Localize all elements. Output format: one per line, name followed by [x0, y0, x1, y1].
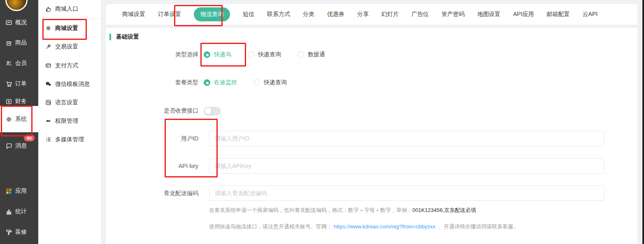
- qinglong-code-input[interactable]: [209, 185, 604, 201]
- sidebar-item-label: 概况: [15, 19, 27, 26]
- user-id-label: 用户ID: [106, 131, 204, 146]
- sidebar-active-band: 系统: [0, 106, 38, 132]
- submenu-item-label: 商城入口: [55, 5, 78, 13]
- sidebar-item-stats[interactable]: 统计: [0, 205, 38, 218]
- radio-in-transit-monitor[interactable]: 在途监控: [204, 79, 237, 86]
- submenu-item-label: 支付方式: [55, 62, 78, 69]
- submenu-item-payment[interactable]: 支付方式: [38, 56, 101, 75]
- package-type-row: 套餐类型 在途监控 快递查询: [106, 75, 303, 90]
- tab-ad-slot[interactable]: 广告位: [412, 11, 429, 18]
- radio-unselected-icon: [298, 51, 304, 58]
- submenu-item-wechat-template[interactable]: 微信模板消息: [38, 75, 101, 93]
- radio-datatong[interactable]: 数据通: [298, 51, 325, 58]
- tab-mail-config[interactable]: 邮箱配置: [547, 11, 570, 18]
- window-edge-strip: [642, 0, 644, 244]
- kdniao-register-link[interactable]: https://www.kdniao.com/reg?from=cbbyzxx: [334, 223, 435, 230]
- api-key-row: API key: [106, 158, 604, 174]
- submenu-item-label: 多媒体管理: [55, 136, 84, 143]
- tab-share[interactable]: 分享: [357, 11, 369, 18]
- tab-api-app[interactable]: API应用: [513, 11, 534, 18]
- sidebar-item-label: 财务: [15, 98, 27, 105]
- radio-selected-icon: [204, 51, 210, 58]
- thumb-up-icon: [45, 6, 51, 12]
- sidebar-item-label: 统计: [15, 208, 27, 215]
- sidebar-item-orders[interactable]: 订单: [0, 78, 38, 90]
- qinglong-code-row: 青龙配送编码: [106, 185, 604, 201]
- members-icon: [5, 60, 12, 67]
- tab-map-settings[interactable]: 地图设置: [477, 11, 500, 18]
- tab-slideshow[interactable]: 幻灯片: [381, 11, 399, 18]
- fee-toggle-row: 是否收费接口: [106, 103, 221, 119]
- admin-page: 概况 商品 会员 订单 财务 系统 消息 90: [0, 0, 644, 244]
- submenu-item-label: 权限管理: [55, 117, 78, 125]
- messages-icon: [5, 143, 12, 150]
- type-select-row: 类型选择 快递鸟 快递查询 数据通: [106, 47, 342, 62]
- sidebar-item-decorate[interactable]: 装修: [0, 226, 38, 238]
- api-key-label: API key: [106, 158, 204, 174]
- sidebar-item-label: 装修: [15, 228, 27, 236]
- tab-sms[interactable]: 短信: [243, 11, 254, 18]
- gear-icon: [45, 25, 51, 31]
- package-type-label: 套餐类型: [106, 79, 204, 86]
- tab-asset-password[interactable]: 资产密码: [442, 11, 465, 18]
- language-icon: [45, 99, 51, 106]
- media-list-icon: [45, 136, 51, 143]
- section-title: 基础设置: [116, 33, 139, 41]
- api-key-input[interactable]: [209, 158, 604, 174]
- radio-unselected-icon: [248, 51, 254, 58]
- tab-logistics-query[interactable]: 物流查询: [194, 7, 230, 21]
- user-id-input[interactable]: [209, 131, 604, 146]
- main-area: 商城设置 订单设置 物流查询 短信 联系方式 分类 优惠券 分享 幻灯片 广告位…: [101, 0, 642, 244]
- submenu-item-shop-settings[interactable]: 商城设置: [38, 19, 101, 37]
- tab-shop-settings[interactable]: 商城设置: [122, 11, 145, 18]
- submenu-item-label: 商城设置: [55, 25, 78, 32]
- submenu-item-label: 语言设置: [55, 99, 78, 106]
- submenu-item-media[interactable]: 多媒体管理: [38, 130, 101, 149]
- sidebar-item-label: 订单: [15, 80, 27, 87]
- settings-tab-bar: 商城设置 订单设置 物流查询 短信 联系方式 分类 优惠券 分享 幻灯片 广告位…: [106, 4, 637, 25]
- submenu-item-permissions[interactable]: 权限管理: [38, 112, 101, 130]
- user-id-row: 用户ID: [106, 131, 604, 146]
- submenu-item-shop-entry[interactable]: 商城入口: [38, 0, 101, 18]
- sidebar-item-apps[interactable]: 应用: [0, 185, 38, 197]
- section-accent-bar: [109, 34, 111, 40]
- sidebar-item-overview[interactable]: 概况: [0, 16, 38, 29]
- messages-badge: 90: [24, 135, 35, 141]
- radio-kuaidiniao[interactable]: 快递鸟: [204, 51, 231, 58]
- stats-icon: [5, 208, 12, 215]
- payment-card-icon: [45, 62, 51, 69]
- sidebar-item-system[interactable]: 系统: [0, 106, 38, 132]
- primary-sidebar: 概况 商品 会员 订单 财务 系统 消息 90: [0, 0, 38, 244]
- type-select-label: 类型选择: [106, 51, 204, 58]
- submenu-item-trade-settings[interactable]: 交易设置: [38, 37, 101, 56]
- decorate-icon: [5, 229, 12, 236]
- kdniao-help-text: 使用快递鸟物流接口，请注意开通相关账号。官网：https://www.kdnia…: [209, 223, 518, 230]
- sidebar-item-label: 系统: [15, 115, 27, 123]
- sidebar-item-label: 应用: [15, 187, 27, 195]
- submenu-item-language[interactable]: 语言设置: [38, 93, 101, 112]
- orders-icon: [5, 81, 12, 87]
- system-gear-icon: [5, 116, 12, 123]
- permission-icon: [45, 118, 51, 124]
- section-header: 基础设置: [109, 33, 139, 41]
- radio-unselected-icon: [253, 79, 260, 86]
- tab-contact[interactable]: 联系方式: [267, 11, 290, 18]
- sidebar-item-members[interactable]: 会员: [0, 57, 38, 69]
- tab-order-settings[interactable]: 订单设置: [158, 11, 181, 18]
- apps-icon: [5, 188, 12, 195]
- sidebar-item-label: 会员: [15, 60, 27, 67]
- goods-icon: [5, 39, 12, 46]
- sidebar-item-label: 消息: [15, 142, 27, 150]
- radio-package-express-query[interactable]: 快递查询: [253, 79, 287, 86]
- sidebar-item-label: 商品: [15, 39, 27, 46]
- finance-icon: [5, 98, 12, 105]
- radio-express-query[interactable]: 快递查询: [248, 51, 281, 58]
- tab-category[interactable]: 分类: [303, 11, 314, 18]
- sidebar-item-goods[interactable]: 商品: [0, 37, 38, 49]
- sidebar-item-messages[interactable]: 消息: [0, 140, 38, 152]
- tab-coupon[interactable]: 优惠券: [327, 11, 344, 18]
- tab-cloud-api[interactable]: 云API: [583, 11, 598, 18]
- fee-toggle-switch[interactable]: [204, 107, 221, 115]
- qinglong-code-label: 青龙配送编码: [106, 185, 204, 201]
- trade-icon: [45, 44, 51, 50]
